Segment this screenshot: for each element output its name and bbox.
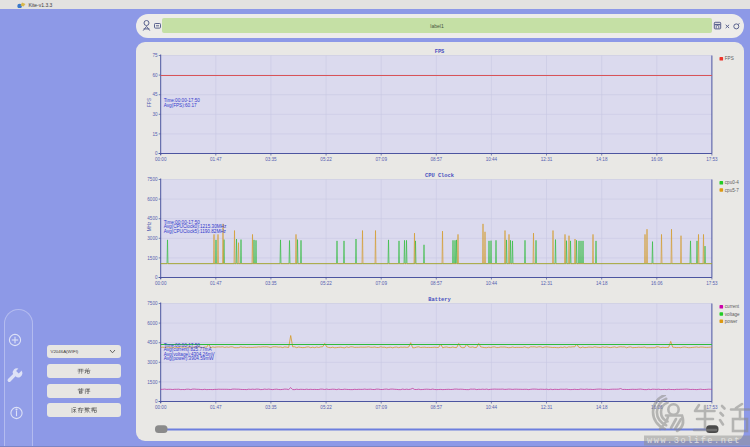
svg-text:power: power	[725, 319, 738, 324]
svg-text:05:22: 05:22	[320, 157, 332, 162]
svg-text:08:57: 08:57	[431, 405, 443, 410]
svg-text:10:44: 10:44	[486, 281, 498, 286]
svg-text:Avg(CPUClock5):1190.82MHz: Avg(CPUClock5):1190.82MHz	[164, 229, 227, 234]
svg-text:CPU Clock: CPU Clock	[425, 173, 455, 179]
svg-text:30: 30	[152, 112, 158, 117]
svg-text:6000: 6000	[147, 197, 158, 202]
svg-text:14:18: 14:18	[596, 405, 608, 410]
svg-text:1500: 1500	[147, 380, 158, 385]
svg-text:Battery: Battery	[428, 297, 451, 303]
svg-text:4500: 4500	[147, 216, 158, 221]
svg-text:10:44: 10:44	[486, 405, 498, 410]
svg-text:07:09: 07:09	[375, 405, 387, 410]
svg-text:17:53: 17:53	[706, 281, 718, 286]
svg-text:07:09: 07:09	[375, 157, 387, 162]
svg-text:05:22: 05:22	[320, 405, 332, 410]
svg-text:7500: 7500	[147, 301, 158, 306]
svg-text:MHz: MHz	[147, 221, 152, 231]
svg-text:7500: 7500	[147, 177, 158, 182]
svg-text:3000: 3000	[147, 360, 158, 365]
svg-text:1500: 1500	[147, 256, 158, 261]
svg-text:16:06: 16:06	[651, 281, 663, 286]
svg-text:75: 75	[152, 53, 158, 58]
svg-text:01:47: 01:47	[210, 405, 222, 410]
svg-text:07:09: 07:09	[375, 281, 387, 286]
svg-text:01:47: 01:47	[210, 157, 222, 162]
svg-text:03:35: 03:35	[265, 281, 277, 286]
svg-text:12:31: 12:31	[541, 157, 553, 162]
svg-text:current: current	[725, 304, 740, 309]
svg-text:FPS: FPS	[725, 56, 734, 61]
svg-text:00:00: 00:00	[155, 157, 167, 162]
svg-text:00:00: 00:00	[155, 405, 167, 410]
svg-text:12:31: 12:31	[541, 281, 553, 286]
svg-text:0: 0	[155, 399, 158, 404]
svg-text:45: 45	[152, 92, 158, 97]
svg-text:voltage: voltage	[725, 312, 740, 317]
svg-text:14:18: 14:18	[596, 281, 608, 286]
svg-text:FPS: FPS	[147, 98, 152, 107]
svg-text:03:35: 03:35	[265, 157, 277, 162]
svg-text:cpu5-7: cpu5-7	[725, 188, 739, 193]
svg-text:0: 0	[155, 151, 158, 156]
svg-text:16:06: 16:06	[651, 157, 663, 162]
svg-text:01:47: 01:47	[210, 281, 222, 286]
svg-text:15: 15	[152, 132, 158, 137]
svg-text:10:44: 10:44	[486, 157, 498, 162]
svg-text:17:53: 17:53	[706, 157, 718, 162]
svg-text:Avg(FPS):60.17: Avg(FPS):60.17	[164, 103, 197, 108]
svg-text:08:57: 08:57	[431, 157, 443, 162]
svg-text:08:57: 08:57	[431, 281, 443, 286]
svg-text:3000: 3000	[147, 236, 158, 241]
svg-text:0: 0	[155, 275, 158, 280]
svg-text:00:00: 00:00	[155, 281, 167, 286]
svg-text:4500: 4500	[147, 340, 158, 345]
svg-text:6000: 6000	[147, 321, 158, 326]
svg-text:03:35: 03:35	[265, 405, 277, 410]
svg-text:05:22: 05:22	[320, 281, 332, 286]
svg-text:cpu0-4: cpu0-4	[725, 180, 739, 185]
svg-text:FPS: FPS	[435, 49, 445, 55]
svg-text:Avg(power):3904.59mW: Avg(power):3904.59mW	[164, 356, 215, 361]
svg-text:60: 60	[152, 73, 158, 78]
svg-text:14:18: 14:18	[596, 157, 608, 162]
svg-text:12:31: 12:31	[541, 405, 553, 410]
